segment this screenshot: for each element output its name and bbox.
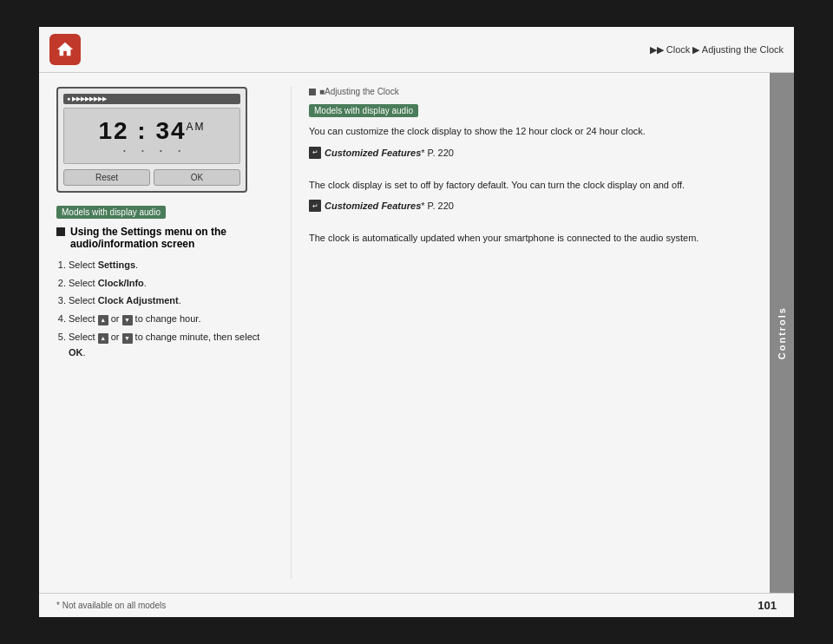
left-section: ● ▶▶▶▶▶▶▶▶ 12 : 34AM • • • • Reset OK Mo… bbox=[56, 87, 273, 579]
page-number: 101 bbox=[758, 599, 777, 612]
step-1: Select Settings. bbox=[69, 257, 273, 273]
right-models-badge: Models with display audio bbox=[309, 104, 418, 117]
customized-link-1: ↵ Customized Features* P. 220 bbox=[309, 147, 752, 159]
step-3: Select Clock Adjustment. bbox=[69, 292, 273, 309]
clock-top-bar: ● ▶▶▶▶▶▶▶▶ bbox=[63, 94, 240, 104]
instructions: Select Settings. Select Clock/Info. Sele… bbox=[56, 257, 273, 361]
link-icon-2: ↵ bbox=[309, 200, 321, 212]
ok-button[interactable]: OK bbox=[154, 169, 240, 186]
home-icon bbox=[56, 40, 75, 59]
clock-time: 12 : 34AM bbox=[73, 117, 231, 145]
step-5: Select ▲ or ▼ to change minute, then sel… bbox=[69, 329, 273, 361]
controls-sidebar: Controls bbox=[770, 73, 794, 593]
section-header: Using the Settings menu on the audio/inf… bbox=[56, 226, 273, 250]
link-text-1: Customized Features* P. 220 bbox=[325, 148, 454, 158]
clock-dots: • • • • bbox=[73, 147, 231, 154]
footer-note: * Not available on all models bbox=[56, 601, 166, 610]
section-title: Using the Settings menu on the audio/inf… bbox=[70, 226, 273, 250]
right-para-3: The clock is automatically updated when … bbox=[309, 231, 752, 246]
home-button[interactable] bbox=[49, 34, 81, 65]
adjusting-label: ■Adjusting the Clock bbox=[309, 87, 752, 96]
right-para-2: The clock display is set to off by facto… bbox=[309, 178, 752, 194]
models-badge: Models with display audio bbox=[56, 206, 166, 219]
right-section: ■Adjusting the Clock Models with display… bbox=[291, 87, 752, 579]
link-text-2: Customized Features* P. 220 bbox=[325, 200, 454, 211]
step-2: Select Clock/Info. bbox=[69, 275, 273, 292]
small-square bbox=[309, 89, 316, 95]
square-bullet bbox=[56, 227, 65, 236]
clock-face: 12 : 34AM • • • • bbox=[63, 108, 240, 164]
content-area: ● ▶▶▶▶▶▶▶▶ 12 : 34AM • • • • Reset OK Mo… bbox=[39, 73, 794, 593]
top-bar: ▶▶ Clock ▶ Adjusting the Clock bbox=[39, 27, 794, 73]
right-para-1: You can customize the clock display to s… bbox=[309, 124, 752, 140]
reset-button[interactable]: Reset bbox=[63, 169, 150, 186]
main-content: ● ▶▶▶▶▶▶▶▶ 12 : 34AM • • • • Reset OK Mo… bbox=[39, 73, 770, 593]
footer: * Not available on all models 101 bbox=[39, 593, 794, 617]
sidebar-label: Controls bbox=[777, 306, 787, 359]
clock-top-bar-text: ● ▶▶▶▶▶▶▶▶ bbox=[67, 95, 107, 102]
clock-display: ● ▶▶▶▶▶▶▶▶ 12 : 34AM • • • • Reset OK bbox=[56, 87, 247, 193]
customized-link-2: ↵ Customized Features* P. 220 bbox=[309, 200, 752, 212]
breadcrumb: ▶▶ Clock ▶ Adjusting the Clock bbox=[81, 44, 784, 56]
step-4: Select ▲ or ▼ to change hour. bbox=[69, 311, 273, 327]
clock-buttons: Reset OK bbox=[63, 169, 240, 186]
link-icon-1: ↵ bbox=[309, 147, 321, 159]
